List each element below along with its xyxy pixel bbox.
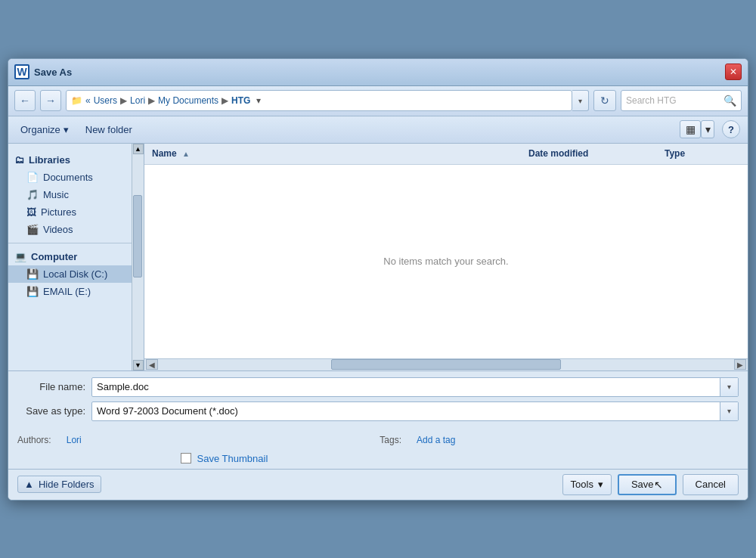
computer-icon: 💻 xyxy=(14,251,26,262)
cursor-icon: ↖ xyxy=(654,479,663,491)
sidebar-item-videos[interactable]: 🎬 Videos xyxy=(8,221,132,238)
forward-button[interactable]: → xyxy=(40,90,61,111)
save-type-select[interactable]: Word 97-2003 Document (*.doc) ▾ xyxy=(91,401,739,421)
organize-label: Organize xyxy=(20,124,60,135)
save-button[interactable]: Save ↖ xyxy=(618,474,677,495)
pictures-icon: 🖼 xyxy=(26,206,36,218)
col-name-header[interactable]: Name ▲ xyxy=(144,147,521,160)
scroll-thumb[interactable] xyxy=(133,195,142,277)
organize-arrow: ▾ xyxy=(64,124,69,135)
videos-icon: 🎬 xyxy=(26,224,39,235)
file-name-dropdown-arrow[interactable]: ▾ xyxy=(720,377,738,397)
main-content: ▲ ▼ 🗂 Libraries 📄 Documents 🎵 Music 🖼 xyxy=(8,144,748,370)
navigation-bar: ← → 📁 « Users ▶ Lori ▶ My Documents ▶ HT… xyxy=(8,86,748,116)
authors-label: Authors: xyxy=(17,435,51,445)
save-type-dropdown-arrow[interactable]: ▾ xyxy=(720,401,738,421)
sidebar-item-pictures[interactable]: 🖼 Pictures xyxy=(8,203,132,221)
close-button[interactable]: ✕ xyxy=(725,64,742,80)
column-headers: Name ▲ Date modified Type xyxy=(144,144,748,165)
col-type-header[interactable]: Type xyxy=(657,147,748,160)
empty-message: No items match your search. xyxy=(383,256,508,267)
videos-label: Videos xyxy=(43,224,73,235)
breadcrumb-dropdown-button[interactable]: ▾ xyxy=(572,90,589,111)
view-dropdown-button[interactable]: ▾ xyxy=(701,120,714,138)
scroll-down-button[interactable]: ▼ xyxy=(133,360,144,370)
save-as-dialog: W Save As ✕ ← → 📁 « Users ▶ Lori ▶ My Do… xyxy=(8,58,748,501)
save-type-row: Save as type: Word 97-2003 Document (*.d… xyxy=(17,401,739,421)
search-icon[interactable]: 🔍 xyxy=(723,95,736,107)
tags-value[interactable]: Add a tag xyxy=(417,435,455,445)
cancel-button[interactable]: Cancel xyxy=(683,474,739,495)
breadcrumb-arrow3: ▶ xyxy=(222,95,228,106)
action-bar: Organize ▾ New folder ▦ ▾ ? xyxy=(8,116,748,144)
sidebar-scrollbar: ▲ ▼ xyxy=(132,144,144,370)
libraries-icon: 🗂 xyxy=(14,154,24,166)
save-type-label: Save as type: xyxy=(17,405,85,417)
col-date-header[interactable]: Date modified xyxy=(521,147,657,160)
search-placeholder: Search HTG xyxy=(626,95,720,106)
libraries-label: Libraries xyxy=(29,154,70,166)
sidebar-item-music[interactable]: 🎵 Music xyxy=(8,186,132,203)
documents-icon: 📄 xyxy=(26,172,39,183)
sidebar-item-email[interactable]: 💾 EMAIL (E:) xyxy=(8,283,132,300)
music-label: Music xyxy=(43,189,69,200)
hide-folders-button[interactable]: ▲ Hide Folders xyxy=(17,476,101,493)
file-name-input[interactable]: Sample.doc ▾ xyxy=(91,377,739,397)
thumbnail-row: Save Thumbnail xyxy=(8,448,748,469)
sidebar-item-computer[interactable]: 💻 Computer xyxy=(8,245,132,265)
authors-value[interactable]: Lori xyxy=(67,435,82,445)
new-folder-button[interactable]: New folder xyxy=(81,122,137,137)
h-scroll-left-button[interactable]: ◀ xyxy=(146,359,158,370)
sort-arrow: ▲ xyxy=(182,150,190,158)
breadcrumb-htg[interactable]: HTG xyxy=(231,95,250,106)
tools-label: Tools xyxy=(571,479,593,490)
bottom-action-bar: ▲ Hide Folders Tools ▾ Save ↖ Cancel xyxy=(8,469,748,500)
tools-button[interactable]: Tools ▾ xyxy=(562,474,612,495)
form-area: File name: Sample.doc ▾ Save as type: Wo… xyxy=(8,370,748,432)
sidebar-divider xyxy=(8,243,132,243)
local-disk-icon: 💾 xyxy=(26,268,39,280)
local-disk-label: Local Disk (C:) xyxy=(43,268,107,280)
back-button[interactable]: ← xyxy=(14,90,36,111)
email-drive-icon: 💾 xyxy=(26,286,39,297)
breadcrumb-arrow1: ▶ xyxy=(120,95,127,106)
pictures-label: Pictures xyxy=(41,206,76,218)
refresh-button[interactable]: ↻ xyxy=(593,90,616,111)
save-thumbnail-checkbox[interactable] xyxy=(181,453,191,463)
documents-label: Documents xyxy=(43,172,93,183)
file-name-row: File name: Sample.doc ▾ xyxy=(17,377,739,397)
breadcrumb-arrow2: ▶ xyxy=(148,95,155,106)
metadata-row: Authors: Lori Tags: Add a tag xyxy=(8,432,748,448)
file-list-area: Name ▲ Date modified Type No items match… xyxy=(144,144,748,370)
hide-folders-icon: ▲ xyxy=(24,479,34,490)
h-scroll-right-button[interactable]: ▶ xyxy=(734,359,746,370)
breadcrumb-users[interactable]: Users xyxy=(94,95,117,106)
file-list-content: No items match your search. xyxy=(144,165,748,358)
save-type-value: Word 97-2003 Document (*.doc) xyxy=(92,405,720,417)
dialog-title: Save As xyxy=(34,67,725,78)
search-bar[interactable]: Search HTG 🔍 xyxy=(621,90,742,111)
organize-button[interactable]: Organize ▾ xyxy=(16,122,73,137)
scroll-up-button[interactable]: ▲ xyxy=(133,144,144,154)
view-button[interactable]: ▦ xyxy=(680,120,701,138)
hide-folders-label: Hide Folders xyxy=(39,479,94,490)
sidebar-item-libraries[interactable]: 🗂 Libraries xyxy=(8,148,132,169)
breadcrumb-lori[interactable]: Lori xyxy=(130,95,145,106)
breadcrumb-mydocs[interactable]: My Documents xyxy=(158,95,218,106)
sidebar: ▲ ▼ 🗂 Libraries 📄 Documents 🎵 Music 🖼 xyxy=(8,144,144,370)
word-icon: W xyxy=(14,64,29,79)
sidebar-item-documents[interactable]: 📄 Documents xyxy=(8,169,132,186)
sidebar-item-local-disk[interactable]: 💾 Local Disk (C:) xyxy=(8,265,132,283)
computer-label: Computer xyxy=(31,251,77,262)
h-scroll-thumb[interactable] xyxy=(331,359,562,370)
title-bar: W Save As ✕ xyxy=(8,59,748,86)
scroll-track xyxy=(132,154,144,360)
breadcrumb[interactable]: 📁 « Users ▶ Lori ▶ My Documents ▶ HTG ▾ xyxy=(66,90,572,111)
save-thumbnail-label[interactable]: Save Thumbnail xyxy=(197,453,268,464)
tools-arrow: ▾ xyxy=(598,479,603,490)
help-button[interactable]: ? xyxy=(722,120,740,138)
music-icon: 🎵 xyxy=(26,189,39,200)
new-folder-label: New folder xyxy=(85,124,132,135)
save-label: Save xyxy=(631,479,654,490)
breadcrumb-drop-arrow: ▾ xyxy=(256,95,261,106)
